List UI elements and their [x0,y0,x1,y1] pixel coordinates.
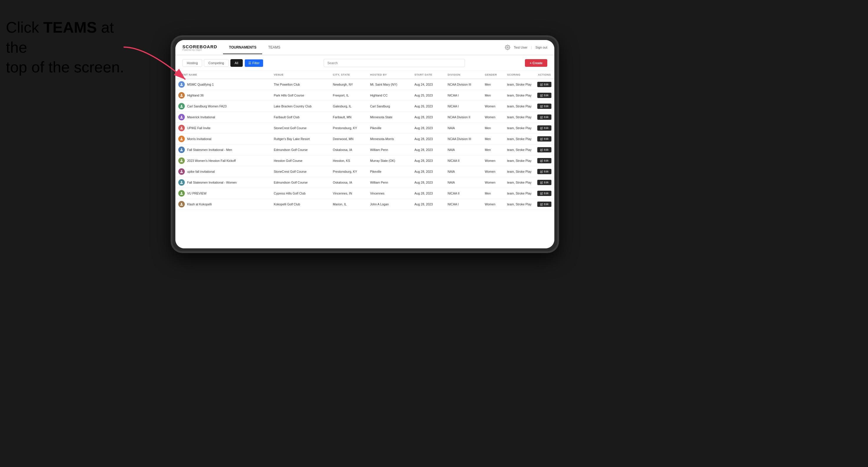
event-start-date: Aug 28, 2023 [411,112,444,123]
event-gender: Women [482,166,504,177]
team-icon [178,190,185,196]
create-button[interactable]: + Create [525,59,547,67]
team-icon [178,179,185,186]
event-gender: Men [482,133,504,145]
table-row: MSMC Qualifying 1 The Powelton Club Newb… [175,79,554,90]
filter-group: Hosting Competing All ☰ Filter [182,59,264,67]
svg-point-8 [181,148,182,150]
search-input[interactable] [324,59,465,67]
edit-button[interactable]: Edit [537,115,551,120]
event-scoring: team, Stroke Play [504,123,534,133]
event-hosted-by: Minnesota-Morris [367,133,412,145]
tablet-screen: SCOREBOARD Powered by clippit TOURNAMENT… [175,40,554,248]
edit-button[interactable]: Edit [537,125,551,131]
event-actions: Edit [534,79,554,90]
event-gender: Men [482,79,504,90]
event-start-date: Aug 28, 2023 [411,166,444,177]
col-header-scoring: SCORING [504,71,534,79]
event-name-cell: VU PREVIEW [175,188,271,199]
event-gender: Women [482,177,504,188]
event-division: NAIA [444,166,482,177]
header-logo-group: SCOREBOARD Powered by clippit TOURNAMENT… [182,41,286,54]
tab-tournaments[interactable]: TOURNAMENTS [223,41,262,54]
event-hosted-by: Highland CC [367,90,412,101]
filter-label: Filter [252,61,259,65]
event-venue: Kokopelli Golf Club [271,199,330,210]
event-start-date: Aug 28, 2023 [411,155,444,166]
sign-out-link[interactable]: Sign out [535,45,547,49]
edit-button[interactable]: Edit [537,158,551,163]
event-start-date: Aug 24, 2023 [411,79,444,90]
edit-button[interactable]: Edit [537,147,551,152]
tab-teams[interactable]: TEAMS [262,41,286,54]
event-venue: Cypress Hills Golf Club [271,188,330,199]
event-scoring: team, Stroke Play [504,133,534,145]
logo-text: SCOREBOARD [182,44,217,49]
table-row: UPIKE Fall Invite StoneCrest Golf Course… [175,123,554,133]
filter-button[interactable]: ☰ Filter [245,59,264,67]
event-city: Faribault, MN [330,112,367,123]
event-division: NCAA Division III [444,133,482,145]
event-name: 2023 Women's Hesston Fall Kickoff [187,159,236,162]
edit-button[interactable]: Edit [537,103,551,109]
event-name: Fall Statesmen Invitational - Women [187,181,237,184]
event-name-cell: UPIKE Fall Invite [175,123,271,133]
edit-button[interactable]: Edit [537,180,551,185]
event-hosted-by: Carl Sandburg [367,101,412,112]
app-header: SCOREBOARD Powered by clippit TOURNAMENT… [175,40,554,55]
event-division: NICAA I [444,101,482,112]
event-hosted-by: Murray State (OK) [367,155,412,166]
svg-point-3 [181,94,182,95]
event-city: Deerwood, MN [330,133,367,145]
event-gender: Women [482,101,504,112]
event-venue: Edmundson Golf Course [271,145,330,155]
svg-point-4 [181,105,182,106]
event-division: NAIA [444,177,482,188]
event-venue: StoneCrest Golf Course [271,166,330,177]
event-gender: Women [482,199,504,210]
event-actions: Edit [534,112,554,123]
edit-button[interactable]: Edit [537,201,551,207]
event-division: NICAA II [444,155,482,166]
table-header-row: EVENT NAME VENUE CITY, STATE HOSTED BY S… [175,71,554,79]
app-container: SCOREBOARD Powered by clippit TOURNAMENT… [175,40,554,248]
filter-competing[interactable]: Competing [204,59,228,67]
svg-point-7 [181,137,182,139]
event-name: UPIKE Fall Invite [187,126,210,130]
event-scoring: team, Stroke Play [504,188,534,199]
svg-point-1 [507,47,508,48]
event-name: Maverick Invitational [187,115,215,119]
header-divider: | [531,45,532,49]
header-right: Test User | Sign out [505,45,547,50]
event-actions: Edit [534,155,554,166]
filter-hosting[interactable]: Hosting [182,59,202,67]
svg-point-9 [181,159,182,161]
svg-point-12 [181,192,182,193]
team-icon [178,114,185,120]
event-division: NAIA [444,123,482,133]
filter-all[interactable]: All [230,59,243,67]
event-city: Prestonsburg, KY [330,166,367,177]
event-scoring: team, Stroke Play [504,177,534,188]
event-hosted-by: Pikeville [367,166,412,177]
event-venue: Faribault Golf Club [271,112,330,123]
edit-button[interactable]: Edit [537,82,551,87]
edit-button[interactable]: Edit [537,169,551,174]
event-name-cell: MSMC Qualifying 1 [175,79,271,90]
gear-icon[interactable] [505,45,510,50]
event-venue: StoneCrest Golf Course [271,123,330,133]
event-gender: Women [482,155,504,166]
nav-tabs: TOURNAMENTS TEAMS [223,41,286,54]
tablet-frame: SCOREBOARD Powered by clippit TOURNAMENT… [170,35,559,253]
event-name: Morris Invitational [187,137,211,141]
table-row: Carl Sandburg Women FA23 Lake Bracken Co… [175,101,554,112]
edit-button[interactable]: Edit [537,136,551,142]
team-icon [178,81,185,88]
event-venue: Lake Bracken Country Club [271,101,330,112]
event-hosted-by: William Penn [367,145,412,155]
edit-button[interactable]: Edit [537,93,551,98]
edit-button[interactable]: Edit [537,191,551,196]
event-actions: Edit [534,90,554,101]
event-start-date: Aug 28, 2023 [411,177,444,188]
svg-point-10 [181,170,182,172]
